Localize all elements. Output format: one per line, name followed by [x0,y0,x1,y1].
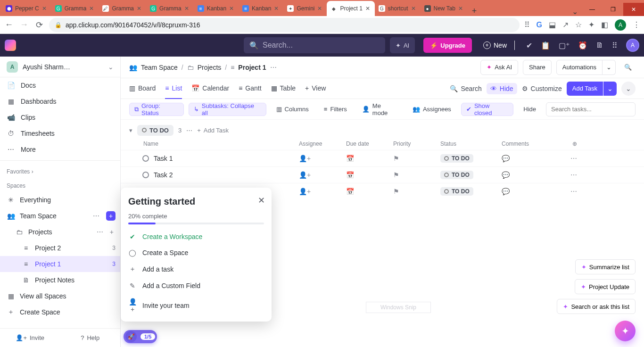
workspace-switcher[interactable]: A Ayushi Sharm… ⌄ [0,57,120,77]
window-close[interactable]: ✕ [623,3,644,16]
col-assignee[interactable]: Assignee [299,140,346,147]
col-duedate[interactable]: Due date [346,140,393,147]
sidebar-view-all-spaces[interactable]: ▦ View all Spaces [0,288,120,304]
ai-button[interactable]: AI [390,37,415,53]
col-status[interactable]: Status [440,140,502,147]
row-more-icon[interactable]: ⋯ [558,188,577,195]
browser-tab[interactable]: ⬢Pepper C✕ [2,1,51,16]
col-comments[interactable]: Comments [502,140,558,147]
url-input[interactable]: 🔒 app.clickup.com/9016470452/v/l/8cpruxm… [49,18,520,32]
translate-icon[interactable]: ⠿ [524,20,530,29]
priority-cell[interactable]: ⚑ [393,188,440,195]
breadcrumb-space[interactable]: Team Space [141,64,178,71]
sidebar-list-item[interactable]: ≡Project 13 [0,256,120,272]
sidebar-item-timesheets[interactable]: ⏱Timesheets [0,125,120,141]
task-search-input[interactable] [546,102,636,116]
apps-grid-icon[interactable]: ⠿ [612,41,618,50]
assignee-cell[interactable]: 👤+ [299,155,346,162]
onboarding-step[interactable]: 👤+Invite your team [128,298,264,313]
columns-chip[interactable]: ▥ Columns [271,103,314,116]
more-icon[interactable]: ⋯ [93,212,99,220]
tab-close-icon[interactable]: ✕ [229,5,235,12]
window-maximize[interactable]: ❐ [603,3,623,16]
onboarding-step[interactable]: ＋Add a task [128,265,264,273]
automations-button[interactable]: Automations [556,60,603,75]
show-closed-chip[interactable]: ✔ Show closed [461,103,513,116]
help-button[interactable]: ? Help [60,329,121,347]
sidebar-item-more[interactable]: ⋯More [0,141,120,157]
chrome-menu-icon[interactable]: ⋮ [633,20,640,29]
more-view-options[interactable]: ⌄ [621,82,636,96]
browser-tab[interactable]: ≡Kanban✕ [194,1,239,16]
browser-tab[interactable]: ◆Project 1✕ [327,1,374,16]
browser-tab[interactable]: Gshortcut✕ [375,1,421,16]
view-tab-view[interactable]: +View [305,78,326,99]
nav-forward[interactable]: → [19,20,29,30]
tab-close-icon[interactable]: ✕ [42,5,48,12]
share-button[interactable]: Share [523,60,552,75]
onboarding-step[interactable]: ✔Create a Workspace [128,233,264,240]
onboarding-step[interactable]: ◯Create a Space [128,249,264,256]
priority-cell[interactable]: ⚑ [393,155,440,162]
ai-fab[interactable] [615,321,636,341]
browser-tab[interactable]: 🖋Gramma✕ [99,1,146,16]
status-cell[interactable]: TO DO [440,187,502,196]
view-search[interactable]: 🔍 Search [450,85,481,92]
sidebar-item-docs[interactable]: 📄Docs [0,77,120,93]
sidebar-item-everything[interactable]: ✳ Everything [0,192,120,208]
hide-toggle[interactable]: 👁 Hide [487,83,517,94]
row-more-icon[interactable]: ⋯ [558,171,577,179]
status-chip[interactable]: TO DO [137,125,173,136]
assignees-chip[interactable]: 👥 Assignees [407,103,456,116]
assignee-cell[interactable]: 👤+ [299,171,346,179]
install-icon[interactable]: ⬓ [549,20,556,29]
me-mode-chip[interactable]: 👤 Me mode [357,103,403,116]
check-circle-icon[interactable]: ✔ [526,41,532,50]
add-column-button[interactable]: ⊕ [558,140,577,147]
favorites-section[interactable]: Favorites › [0,164,120,178]
view-tab-board[interactable]: ▥Board [129,78,156,99]
automations-chevron[interactable]: ⌄ [603,60,616,75]
duedate-cell[interactable]: 📅 [346,155,393,162]
view-tab-table[interactable]: ▦Table [271,78,296,99]
tab-close-icon[interactable]: ✕ [411,5,417,12]
sidepanel-icon[interactable]: ◧ [601,20,608,29]
view-tab-list[interactable]: ≡List [165,78,182,99]
status-toggle-icon[interactable] [142,172,149,178]
comments-cell[interactable]: 💬 [502,155,558,162]
tab-close-icon[interactable]: ✕ [89,5,95,12]
more-icon[interactable]: ⋯ [97,228,103,236]
sidebar-item-dashboards[interactable]: ▦Dashboards [0,93,120,109]
upgrade-button[interactable]: ⚡ Upgrade [423,38,472,53]
browser-tab[interactable]: ≡Kanban✕ [239,1,283,16]
view-tab-gantt[interactable]: ≡Gantt [239,78,261,99]
tab-close-icon[interactable]: ✕ [365,5,371,12]
add-task-inline[interactable]: + Add Task [197,127,229,134]
close-icon[interactable]: ✕ [258,195,265,206]
tab-search-button[interactable]: ⌄ [568,7,582,16]
more-icon[interactable]: ⋯ [270,64,277,71]
comments-cell[interactable]: 💬 [502,188,558,195]
col-priority[interactable]: Priority [393,140,440,147]
row-more-icon[interactable]: ⋯ [558,155,577,162]
breadcrumb-folder[interactable]: Projects [198,64,222,71]
clickup-logo-icon[interactable] [5,40,16,51]
task-name[interactable]: Task 2 [154,171,173,179]
browser-tab[interactable]: ●New Tab✕ [421,1,468,16]
extensions-icon[interactable]: ✦ [588,20,594,29]
tab-close-icon[interactable]: ✕ [317,5,323,12]
duedate-cell[interactable]: 📅 [346,188,393,195]
global-search-input[interactable]: 🔍 Search... [244,37,385,53]
tab-close-icon[interactable]: ✕ [274,5,280,12]
task-name[interactable]: Task 1 [154,155,173,162]
google-icon[interactable]: G [537,21,542,29]
collapse-toggle[interactable]: ▾ [129,127,132,134]
browser-tab[interactable]: GGramma✕ [146,1,194,16]
add-button[interactable]: + [108,228,116,236]
invite-button[interactable]: 👤+ Invite [0,329,60,347]
sidebar-list-item[interactable]: 🗎Project Notes [0,272,120,288]
priority-cell[interactable]: ⚑ [393,171,440,179]
new-button[interactable]: + New [480,38,510,53]
status-cell[interactable]: TO DO [440,171,502,179]
sidebar-item-team-space[interactable]: 👥 Team Space ⋯ + [0,208,120,224]
